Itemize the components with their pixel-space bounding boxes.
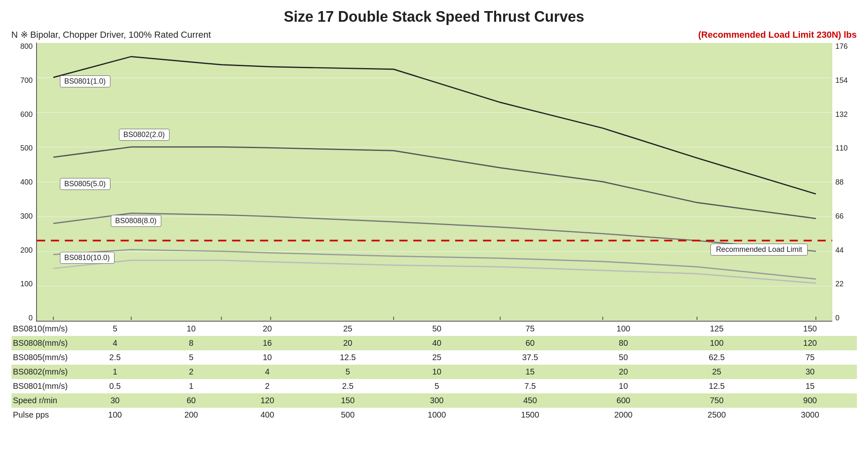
- curve-bs0801: [53, 57, 815, 194]
- graph-container: BS0801(1.0) BS0802(2.0) BS0805(5.0) BS08…: [36, 43, 832, 322]
- row-label: BS0810(mm/s): [11, 322, 77, 336]
- recommended-load-limit-callout: Recommended Load Limit: [710, 244, 807, 256]
- curve-bs0802: [53, 147, 815, 218]
- data-table: BS0810(mm/s) 51020255075100125150 BS0808…: [11, 322, 857, 422]
- curve-bs0805: [53, 213, 815, 251]
- callout-bs0801: BS0801(1.0): [60, 75, 110, 87]
- row-label: Pulse pps: [11, 408, 77, 422]
- curve-bs0810: [53, 260, 815, 283]
- row-label: BS0802(mm/s): [11, 365, 77, 379]
- row-label: BS0801(mm/s): [11, 379, 77, 393]
- callout-bs0802: BS0802(2.0): [119, 129, 169, 141]
- subtitle-left: N ※ Bipolar, Chopper Driver, 100% Rated …: [11, 30, 211, 40]
- chart-svg: [37, 43, 832, 321]
- page-title: Size 17 Double Stack Speed Thrust Curves: [8, 8, 860, 25]
- y-axis-right: 176 154 132 110 88 66 44 22 0: [832, 43, 857, 322]
- y-axis-left: 800 700 600 500 400 300 200 100 0: [11, 43, 36, 322]
- row-label: BS0805(mm/s): [11, 350, 77, 365]
- callout-bs0810: BS0810(10.0): [60, 252, 115, 264]
- row-label: BS0808(mm/s): [11, 336, 77, 350]
- subtitle-right: (Recommended Load Limit 230N) lbs: [698, 30, 857, 40]
- table-row: BS0801(mm/s) 0.5122.557.51012.515: [11, 379, 857, 393]
- table-row: BS0802(mm/s) 12451015202530: [11, 365, 857, 379]
- row-label: Speed r/min: [11, 393, 77, 408]
- callout-bs0805: BS0805(5.0): [60, 178, 110, 190]
- table-row: BS0805(mm/s) 2.551012.52537.55062.575: [11, 350, 857, 365]
- table-row: BS0810(mm/s) 51020255075100125150: [11, 322, 857, 336]
- table-row: Speed r/min 3060120150300450600750900: [11, 393, 857, 408]
- data-table-wrapper: BS0810(mm/s) 51020255075100125150 BS0808…: [11, 322, 857, 422]
- table-row: BS0808(mm/s) 481620406080100120: [11, 336, 857, 350]
- callout-bs0808: BS0808(8.0): [111, 215, 161, 227]
- table-row: Pulse pps 100200400500100015002000250030…: [11, 408, 857, 422]
